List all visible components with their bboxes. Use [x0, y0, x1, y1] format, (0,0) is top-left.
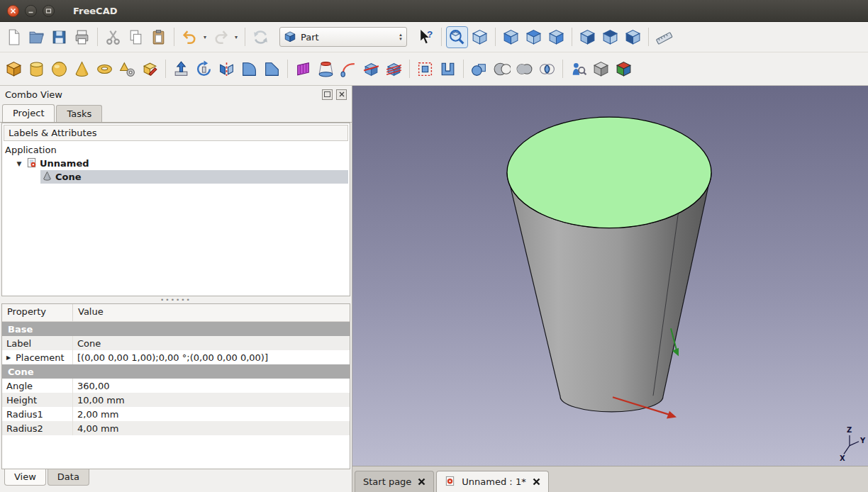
model-tree[interactable]: Application ▼ Unnamed	[2, 142, 350, 296]
tab-view[interactable]: View	[4, 469, 46, 486]
refresh-button[interactable]	[250, 26, 272, 48]
tree-item-document[interactable]: ▼ Unnamed	[13, 157, 348, 170]
workbench-selector-spinner[interactable]: ▲▼	[399, 33, 403, 41]
cut-button[interactable]	[102, 26, 124, 48]
left-view-button[interactable]	[622, 26, 644, 48]
revolve-button[interactable]	[193, 58, 215, 80]
cone-3d-object[interactable]	[507, 117, 711, 412]
paste-button[interactable]	[148, 26, 169, 48]
new-file-button[interactable]	[3, 26, 25, 48]
print-button[interactable]	[71, 26, 93, 48]
check-geometry-button[interactable]	[567, 58, 589, 80]
property-value-cell[interactable]: 10,00 mm	[73, 393, 350, 407]
sweep-icon	[340, 60, 357, 78]
bottom-view-button[interactable]	[599, 26, 621, 48]
part-box-button[interactable]	[3, 58, 25, 80]
nav-axis-x-label: X	[840, 454, 845, 462]
boolean-button[interactable]	[468, 58, 490, 80]
property-value-cell[interactable]: 360,00	[73, 379, 350, 393]
fillet-button[interactable]	[238, 58, 260, 80]
panel-splitter[interactable]: ••••••	[1, 296, 350, 303]
tab-start-page[interactable]: Start page	[355, 471, 434, 492]
toolbar-separator	[441, 28, 442, 46]
property-row-placement[interactable]: ▶Placement[(0,00 0,00 1,00);0,00 °;(0,00…	[2, 350, 350, 364]
property-value-cell[interactable]: 4,00 mm	[73, 421, 350, 435]
property-row-height[interactable]: Height10,00 mm	[2, 393, 350, 407]
property-group-base[interactable]: Base	[2, 322, 350, 336]
cross-sections-button[interactable]	[383, 58, 405, 80]
top-view-button-wrap	[523, 26, 545, 48]
loft-button[interactable]	[315, 58, 337, 80]
titlebar[interactable]: FreeCAD	[0, 0, 868, 22]
workbench-selector[interactable]: Part ▲▼	[279, 27, 407, 47]
fillet-icon	[240, 60, 258, 78]
whats-this-button[interactable]: ?	[415, 26, 437, 48]
intersection-button[interactable]	[536, 58, 558, 80]
rear-view-button[interactable]	[577, 26, 599, 48]
property-row-angle[interactable]: Angle360,00	[2, 379, 350, 393]
tree-item-cone[interactable]: Cone	[40, 170, 348, 184]
chamfer-icon	[263, 60, 281, 78]
cut-button-wrap	[102, 26, 124, 48]
compound-button[interactable]	[590, 58, 612, 80]
property-row-radius1[interactable]: Radius12,00 mm	[2, 407, 350, 421]
tab-data[interactable]: Data	[48, 469, 89, 486]
part-cone-button[interactable]	[71, 58, 93, 80]
union-button[interactable]	[513, 58, 535, 80]
property-column-header: Property	[2, 304, 73, 321]
fit-all-button[interactable]	[446, 26, 468, 48]
tab-project[interactable]: Project	[2, 104, 55, 122]
copy-button[interactable]	[125, 26, 147, 48]
property-row-label[interactable]: LabelCone	[2, 336, 350, 350]
right-view-button[interactable]	[545, 26, 567, 48]
create-primitives-button[interactable]	[116, 58, 138, 80]
close-tab-button[interactable]	[533, 478, 540, 486]
property-value-cell[interactable]: [(0,00 0,00 1,00);0,00 °;(0,00 0,00 0,00…	[73, 350, 350, 364]
window-close-button[interactable]	[7, 5, 19, 17]
part-torus-button[interactable]	[94, 58, 116, 80]
open-file-button[interactable]	[26, 26, 48, 48]
panel-float-button[interactable]	[322, 89, 333, 100]
measure-button[interactable]	[653, 26, 675, 48]
window-maximize-button[interactable]	[43, 5, 55, 17]
tab-unnamed-document[interactable]: Unnamed : 1*	[436, 471, 548, 492]
expander-right-icon[interactable]: ▶	[6, 354, 13, 361]
panel-close-button[interactable]	[336, 89, 347, 100]
close-tab-button[interactable]	[418, 478, 425, 486]
property-value-cell[interactable]: 2,00 mm	[73, 407, 350, 421]
sweep-button[interactable]	[338, 58, 360, 80]
redo-button-dropdown[interactable]: ▾	[232, 26, 240, 47]
chamfer-button[interactable]	[261, 58, 283, 80]
cone-top-face[interactable]	[507, 117, 711, 228]
part-cylinder-button[interactable]	[26, 58, 48, 80]
axonometric-view-button[interactable]	[469, 26, 491, 48]
combo-view-content: Labels & Attributes Application ▼ Unname…	[0, 122, 352, 469]
redo-button[interactable]	[210, 26, 232, 48]
cut-boolean-button[interactable]	[491, 58, 513, 80]
part-sphere-button[interactable]	[48, 58, 70, 80]
new-file-button-wrap	[3, 26, 25, 48]
redo-button-wrap: ▾	[210, 26, 240, 48]
offset-button[interactable]	[414, 58, 436, 80]
undo-button-dropdown[interactable]: ▾	[201, 26, 209, 47]
property-row-radius2[interactable]: Radius24,00 mm	[2, 421, 350, 435]
top-view-button[interactable]	[523, 26, 545, 48]
property-group-cone[interactable]: Cone	[2, 364, 350, 379]
thickness-button[interactable]	[437, 58, 459, 80]
property-value-cell[interactable]: Cone	[73, 336, 350, 350]
window-minimize-button[interactable]	[25, 5, 37, 17]
section-button[interactable]	[360, 58, 382, 80]
ruled-surface-button[interactable]	[292, 58, 314, 80]
tree-item-application[interactable]: Application	[4, 143, 348, 157]
extrude-button[interactable]	[170, 58, 192, 80]
front-view-button[interactable]	[500, 26, 522, 48]
undo-button[interactable]	[179, 26, 201, 48]
expander-down-icon[interactable]: ▼	[15, 160, 23, 167]
3d-scene[interactable]: Z Y X	[352, 86, 868, 466]
save-button[interactable]	[48, 26, 70, 48]
tab-tasks[interactable]: Tasks	[56, 105, 102, 122]
boolean-operation-button[interactable]	[613, 58, 635, 80]
3d-viewport[interactable]: Z Y X	[352, 86, 868, 466]
shape-builder-button[interactable]	[139, 58, 161, 80]
mirror-button[interactable]	[216, 58, 238, 80]
